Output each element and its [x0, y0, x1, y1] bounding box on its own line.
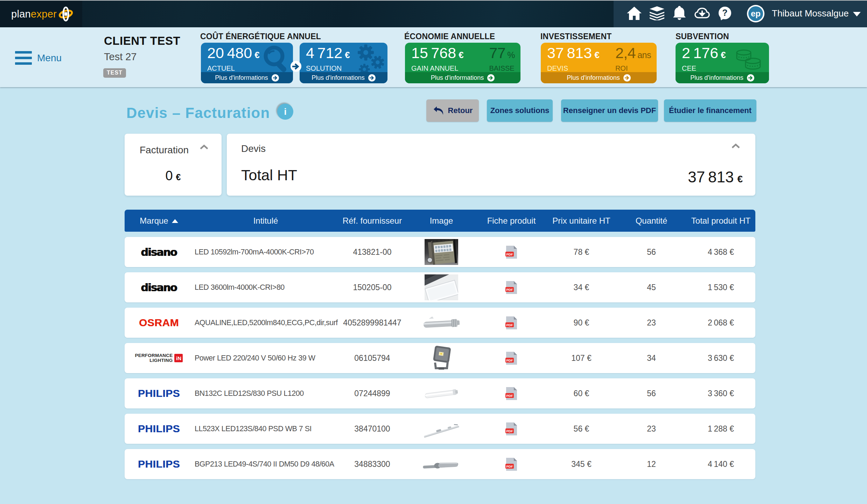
user-name[interactable]: Thibaut Mossalgue — [772, 0, 849, 27]
total-ht-label: Total HT — [241, 167, 297, 184]
home-icon[interactable] — [627, 0, 642, 27]
column-prix[interactable]: Prix unitaire HT — [546, 216, 616, 226]
hamburger-bar — [15, 62, 32, 65]
table-row: disano LED 10592lm-700mA-4000K-CRI>70 41… — [125, 237, 755, 267]
zones-solutions-button[interactable]: Zones solutions — [487, 99, 553, 122]
financing-button[interactable]: Étudier le financement — [664, 99, 756, 122]
avatar[interactable]: ep — [747, 5, 764, 24]
logo-orb-icon — [58, 6, 74, 22]
kpi-card-solution[interactable]: 4 712€ SOLUTION Plus d'informations — [300, 43, 387, 83]
zones-solutions-label: Zones solutions — [490, 106, 550, 115]
svg-text:PDF: PDF — [506, 288, 513, 292]
kpi-card-subsidy[interactable]: 2 176€ CEE Plus d'informations — [676, 43, 769, 83]
column-quantite[interactable]: Quantité — [616, 216, 686, 226]
euro-unit: € — [721, 50, 726, 60]
svg-text:PDF: PDF — [506, 394, 513, 398]
kpi-economy-more-link[interactable]: Plus d'informations — [405, 72, 520, 83]
arrow-right-circle-icon — [368, 74, 376, 82]
more-info-label: Plus d'informations — [431, 74, 484, 82]
years-unit: ans — [637, 50, 651, 60]
supplier-ref: 413821-00 — [338, 247, 406, 257]
kpi-investment-more-link[interactable]: Plus d'informations — [541, 72, 657, 83]
quantity: 56 — [616, 247, 686, 257]
kpi-economy-sub: GAIN ANNUEL — [411, 64, 464, 72]
layers-icon[interactable] — [649, 0, 665, 27]
kpi-subsidy-more-link[interactable]: Plus d'informations — [676, 72, 769, 83]
pdf-file-icon[interactable]: PDF — [476, 422, 546, 436]
kpi-actual-sub: ACTUEL — [207, 64, 293, 72]
kpi-cost-label: COÛT ÉNERGÉTIQUE ANNUEL — [200, 32, 321, 41]
pdf-file-icon[interactable]: PDF — [476, 316, 546, 330]
facturation-card: Facturation 0€ — [125, 134, 222, 196]
product-title: AQUALINE,LED,5200lm840,ECG,PC,dir,surf — [193, 318, 338, 327]
brand-wordmark: PHILIPS — [138, 387, 180, 399]
bell-icon[interactable] — [672, 0, 687, 27]
user-menu-caret-icon[interactable] — [853, 12, 861, 16]
product-title: LL523X LED123S/840 PSD WB 7 SI — [193, 425, 338, 433]
kpi-subsidy-sub: CEE — [682, 64, 769, 72]
total-price: 3 360 € — [686, 389, 755, 398]
pdf-file-icon[interactable]: PDF — [476, 245, 546, 259]
product-image-led-panel — [406, 274, 476, 300]
column-total[interactable]: Total produit HT — [686, 216, 755, 226]
product-title: BGP213 LED49-4S/740 II DM50 D9 48/60A — [193, 460, 338, 469]
hamburger-bar — [15, 57, 32, 59]
logo-block[interactable]: planexper — [0, 1, 82, 27]
collapse-chevron-icon[interactable] — [200, 145, 208, 149]
column-intitule[interactable]: Intitulé — [193, 216, 338, 226]
quantity: 56 — [616, 389, 686, 398]
menu-label: Menu — [37, 52, 62, 64]
column-ref[interactable]: Réf. fournisseur — [338, 216, 406, 226]
table-header: Marque Intitulé Réf. fournisseur Image F… — [125, 210, 755, 232]
kpi-economy-percent: 77 — [489, 44, 505, 61]
kpi-solution-value: 4 712 — [306, 44, 342, 61]
kpi-solution-more-link[interactable]: Plus d'informations — [300, 72, 387, 83]
menu-button[interactable]: Menu — [15, 51, 62, 65]
kpi-economy-label: ÉCONOMIE ANNUELLE — [404, 32, 495, 41]
sort-asc-icon — [172, 219, 178, 223]
kpi-investment-value: 37 813 — [547, 44, 592, 61]
euro-unit: € — [737, 174, 743, 184]
unit-price: 107 € — [546, 354, 616, 363]
kpi-subsidy-value: 2 176 — [682, 44, 718, 61]
cloud-download-icon[interactable] — [694, 0, 710, 27]
devis-pdf-button[interactable]: Renseigner un devis PDF — [561, 99, 658, 122]
supplier-ref: 34883300 — [338, 460, 406, 469]
column-fiche[interactable]: Fiche produit — [476, 216, 546, 226]
svg-text:PDF: PDF — [506, 358, 513, 362]
unit-price: 345 € — [546, 460, 616, 469]
total-price: 3 630 € — [686, 354, 755, 363]
topbar: planexper — [0, 0, 867, 27]
collapse-chevron-icon[interactable] — [732, 144, 740, 148]
info-icon[interactable]: i — [277, 104, 293, 120]
pdf-file-icon[interactable]: PDF — [476, 457, 546, 471]
kpi-actual-more-link[interactable]: Plus d'informations — [201, 72, 293, 83]
brand-logo-disano: disano — [125, 246, 193, 258]
kpi-card-investment[interactable]: 37 813€ DEVIS 2,4ans ROI Plus d'informat… — [541, 43, 657, 83]
supplier-ref: 06105794 — [338, 354, 406, 363]
devis-pdf-label: Renseigner un devis PDF — [563, 106, 656, 115]
supplier-ref: 4052899981447 — [338, 318, 406, 328]
back-button-label: Retour — [448, 106, 473, 115]
back-button[interactable]: Retour — [426, 99, 479, 122]
hamburger-bar — [15, 51, 32, 54]
column-marque[interactable]: Marque — [125, 216, 193, 226]
arrow-right-circle-icon — [272, 74, 279, 82]
table-row: disano LED 3600lm-4000K-CRI>80 150205-00… — [125, 272, 755, 302]
column-image[interactable]: Image — [406, 216, 476, 226]
supplier-ref: 150205-00 — [338, 283, 406, 292]
pdf-file-icon[interactable]: PDF — [476, 386, 546, 401]
table-row: OSRAM AQUALINE,LED,5200lm840,ECG,PC,dir,… — [125, 308, 755, 338]
info-letter: i — [284, 106, 286, 117]
more-info-label: Plus d'informations — [690, 74, 743, 82]
kpi-card-actual[interactable]: 20 480€ ACTUEL Plus d'informations — [201, 43, 293, 83]
help-icon[interactable]: ? — [717, 0, 733, 27]
pdf-file-icon[interactable]: PDF — [476, 351, 546, 365]
product-image-floodlight-angled — [406, 344, 476, 372]
arrow-right-circle-icon — [623, 74, 631, 82]
product-image-street-light — [406, 454, 476, 474]
kpi-subsidy-label: SUBVENTION — [676, 32, 729, 41]
kpi-card-economy[interactable]: 15 768€ GAIN ANNUEL 77% BAISSE Plus d'in… — [405, 43, 520, 83]
pdf-file-icon[interactable]: PDF — [476, 280, 546, 295]
unit-price: 90 € — [546, 318, 616, 328]
